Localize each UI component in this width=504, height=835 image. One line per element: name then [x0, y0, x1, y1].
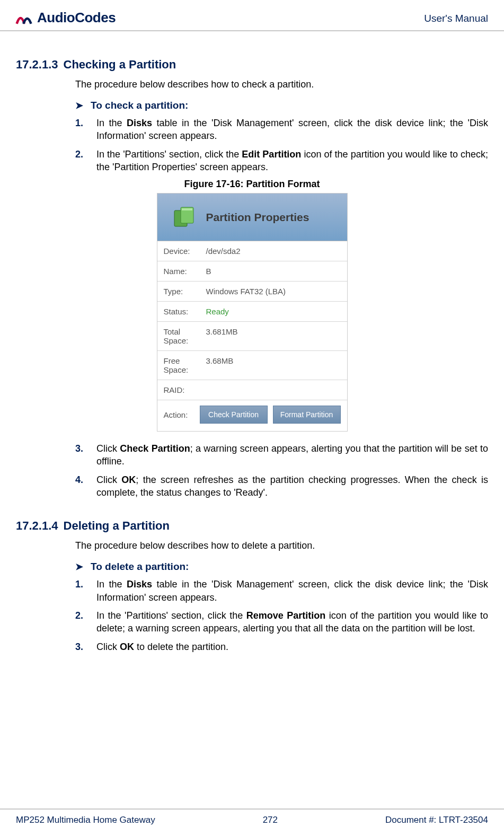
partition-properties-panel: Partition Properties Device: /dev/sda2 N… [157, 193, 348, 432]
brand-logo-icon [15, 10, 34, 26]
list-item: 3. Click OK to delete the partition. [75, 640, 488, 653]
brand-logo-area: AudioCodes [15, 10, 116, 26]
figure-caption: Figure 17-16: Partition Format [16, 179, 488, 190]
prop-label: Action: [164, 410, 194, 419]
prop-row-total-space: Total Space: 3.681MB [157, 322, 347, 351]
check-steps-after-figure: 3. Click Check Partition; a warning scre… [75, 442, 488, 499]
arrow-right-icon: ➤ [75, 100, 83, 111]
step-number: 2. [75, 148, 86, 174]
footer-document-id: Document #: LTRT-23504 [385, 815, 488, 825]
section-number: 17.2.1.3 [16, 58, 58, 71]
page-header: AudioCodes User's Manual [0, 0, 504, 31]
procedure-heading-text: To delete a partition: [91, 561, 189, 573]
step-text: Click OK; the screen refreshes as the pa… [96, 473, 488, 499]
prop-label: Total Space: [164, 327, 206, 345]
panel-header: Partition Properties [157, 194, 347, 241]
step-text: In the Disks table in the 'Disk Manageme… [96, 578, 488, 604]
prop-row-action: Action: Check Partition Format Partition [157, 400, 347, 431]
footer-page-number: 272 [263, 815, 278, 825]
check-steps-before-figure: 1. In the Disks table in the 'Disk Manag… [75, 117, 488, 173]
step-number: 1. [75, 117, 86, 143]
delete-steps: 1. In the Disks table in the 'Disk Manag… [75, 578, 488, 653]
figure-wrap: Partition Properties Device: /dev/sda2 N… [16, 193, 488, 432]
step-text: Click Check Partition; a warning screen … [96, 442, 488, 468]
step-text: Click OK to delete the partition. [96, 640, 488, 653]
list-item: 3. Click Check Partition; a warning scre… [75, 442, 488, 468]
list-item: 2. In the 'Partitions' section, click th… [75, 609, 488, 635]
prop-row-type: Type: Windows FAT32 (LBA) [157, 282, 347, 302]
step-number: 2. [75, 609, 86, 635]
step-number: 1. [75, 578, 86, 604]
procedure-heading-check: ➤ To check a partition: [75, 100, 488, 111]
panel-title: Partition Properties [206, 211, 310, 224]
brand-name: AudioCodes [37, 10, 116, 26]
prop-row-status: Status: Ready [157, 302, 347, 322]
prop-row-free-space: Free Space: 3.68MB [157, 351, 347, 380]
prop-label: Status: [164, 307, 206, 316]
prop-label: Type: [164, 287, 206, 296]
prop-row-name: Name: B [157, 261, 347, 282]
page-footer: MP252 Multimedia Home Gateway 272 Docume… [0, 808, 504, 825]
list-item: 4. Click OK; the screen refreshes as the… [75, 473, 488, 499]
prop-value: /dev/sda2 [206, 247, 241, 256]
procedure-heading-text: To check a partition: [91, 100, 188, 111]
list-item: 1. In the Disks table in the 'Disk Manag… [75, 117, 488, 143]
list-item: 2. In the 'Partitions' section, click th… [75, 148, 488, 174]
step-text: In the Disks table in the 'Disk Manageme… [96, 117, 488, 143]
footer-left: MP252 Multimedia Home Gateway [16, 815, 155, 825]
format-partition-button[interactable]: Format Partition [273, 406, 341, 424]
step-text: In the 'Partitions' section, click the R… [96, 609, 488, 635]
header-manual-label: User's Manual [424, 13, 488, 24]
page-content: 17.2.1.3Checking a Partition The procedu… [0, 31, 504, 653]
section-intro: The procedure below describes how to che… [75, 79, 488, 90]
step-text: In the 'Partitions' section, click the E… [96, 148, 488, 174]
prop-row-device: Device: /dev/sda2 [157, 241, 347, 261]
prop-value: Windows FAT32 (LBA) [206, 287, 286, 296]
prop-label: Name: [164, 267, 206, 276]
list-item: 1. In the Disks table in the 'Disk Manag… [75, 578, 488, 604]
prop-value: B [206, 267, 211, 276]
section-number: 17.2.1.4 [16, 519, 58, 532]
prop-label: RAID: [164, 385, 206, 394]
section-heading-checking: 17.2.1.3Checking a Partition [16, 58, 488, 72]
check-partition-button[interactable]: Check Partition [200, 406, 268, 424]
svg-rect-3 [182, 208, 192, 210]
step-number: 3. [75, 640, 86, 653]
arrow-right-icon: ➤ [75, 561, 83, 573]
prop-label: Free Space: [164, 356, 206, 374]
prop-value: 3.681MB [206, 327, 238, 345]
step-number: 4. [75, 473, 86, 499]
prop-value-status: Ready [206, 307, 229, 316]
section-intro: The procedure below describes how to del… [75, 540, 488, 551]
procedure-heading-delete: ➤ To delete a partition: [75, 561, 488, 573]
section-title: Checking a Partition [64, 58, 176, 71]
section-title: Deleting a Partition [64, 519, 170, 532]
step-number: 3. [75, 442, 86, 468]
prop-row-raid: RAID: [157, 380, 347, 400]
prop-label: Device: [164, 247, 206, 256]
section-heading-deleting: 17.2.1.4Deleting a Partition [16, 519, 488, 533]
folders-icon [170, 203, 199, 232]
prop-value: 3.68MB [206, 356, 234, 374]
